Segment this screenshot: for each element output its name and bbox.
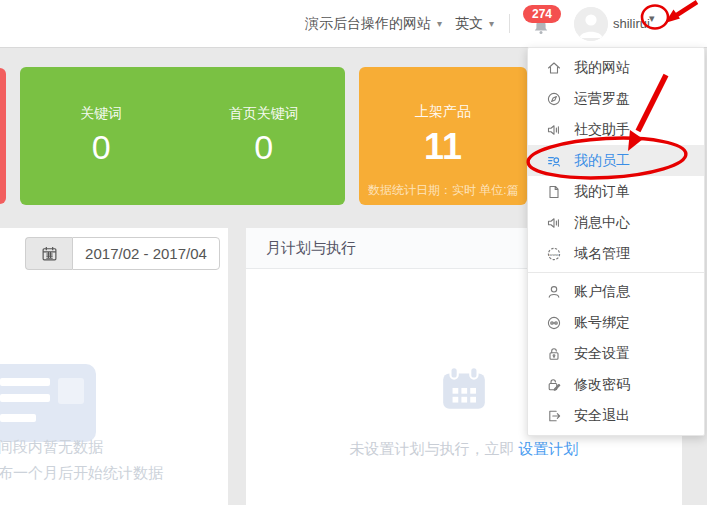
empty-text-line2: 布一个月后开始统计数据 bbox=[0, 464, 163, 483]
menu-item-my-website[interactable]: 我的网站 bbox=[528, 52, 704, 83]
user-menu-chevron-icon[interactable]: ▾ bbox=[649, 12, 655, 25]
username-label: shilirui bbox=[613, 0, 650, 47]
menu-item-label: 我的网站 bbox=[574, 59, 630, 77]
menu-item-label: 安全退出 bbox=[574, 407, 630, 425]
home-icon bbox=[546, 60, 562, 76]
stat-products: 上架产品 11 bbox=[359, 67, 527, 167]
menu-item-account-binding[interactable]: 账号绑定 bbox=[528, 307, 704, 338]
stat-label: 首页关键词 bbox=[183, 105, 346, 123]
stat-card-products: 上架产品 11 数据统计日期：实时 单位:篇 bbox=[359, 67, 527, 205]
menu-item-account-info[interactable]: 账户信息 bbox=[528, 276, 704, 307]
user-dropdown-menu: 我的网站 运营罗盘 社交助手 我的员工 bbox=[527, 47, 705, 436]
menu-item-my-orders[interactable]: 我的订单 bbox=[528, 176, 704, 207]
date-range-input[interactable] bbox=[72, 237, 220, 270]
menu-item-my-staff[interactable]: 我的员工 bbox=[528, 145, 704, 176]
stat-label: 关键词 bbox=[20, 105, 183, 123]
speaker-icon bbox=[546, 215, 562, 231]
topbar-divider bbox=[509, 14, 510, 33]
menu-item-label: 域名管理 bbox=[574, 245, 630, 263]
link-icon bbox=[546, 315, 562, 331]
menu-item-change-password[interactable]: 修改密码 bbox=[528, 369, 704, 400]
menu-item-label: 修改密码 bbox=[574, 376, 630, 394]
avatar-person-icon bbox=[574, 7, 608, 41]
document-icon bbox=[546, 184, 562, 200]
stat-homepage-keywords: 首页关键词 0 bbox=[183, 67, 346, 205]
stat-label: 上架产品 bbox=[359, 103, 527, 121]
compass-icon bbox=[546, 91, 562, 107]
menu-item-label: 社交助手 bbox=[574, 121, 630, 139]
lock-icon bbox=[546, 346, 562, 362]
stat-value: 11 bbox=[359, 127, 527, 167]
empty-report-icon bbox=[0, 362, 98, 448]
topbar: 演示后台操作的网站 ▾ 英文 ▾ 274 shilirui ▾ bbox=[0, 0, 707, 48]
notification-count-badge[interactable]: 274 bbox=[523, 5, 561, 23]
menu-item-message-center[interactable]: 消息中心 bbox=[528, 207, 704, 238]
chevron-down-icon: ▾ bbox=[437, 19, 442, 29]
www-globe-icon: www bbox=[546, 246, 562, 262]
site-selector[interactable]: 演示后台操作的网站 ▾ bbox=[305, 0, 442, 47]
stat-footnote: 数据统计日期：实时 单位:篇 bbox=[368, 182, 519, 199]
edit-password-icon bbox=[546, 377, 562, 393]
stat-value: 0 bbox=[20, 129, 183, 166]
keyword-stats-panel: 间段内暂无数据 布一个月后开始统计数据 bbox=[0, 228, 228, 505]
set-plan-link[interactable]: 设置计划 bbox=[519, 440, 579, 457]
stat-card-red-partial bbox=[0, 68, 6, 204]
svg-text:www: www bbox=[549, 251, 559, 256]
menu-item-domain-management[interactable]: www 域名管理 bbox=[528, 238, 704, 269]
panel-title: 月计划与执行 bbox=[266, 239, 356, 258]
person-icon bbox=[546, 284, 562, 300]
stat-value: 0 bbox=[183, 129, 346, 166]
chevron-down-icon: ▾ bbox=[489, 19, 494, 29]
language-selector-label: 英文 bbox=[455, 15, 483, 33]
menu-item-label: 运营罗盘 bbox=[574, 90, 630, 108]
plan-empty-text: 未设置计划与执行，立即 设置计划 bbox=[246, 440, 682, 459]
date-range-picker bbox=[25, 237, 220, 270]
menu-item-label: 安全设置 bbox=[574, 345, 630, 363]
menu-item-label: 账户信息 bbox=[574, 283, 630, 301]
menu-item-label: 我的员工 bbox=[574, 152, 630, 170]
menu-item-social-assistant[interactable]: 社交助手 bbox=[528, 114, 704, 145]
menu-item-logout[interactable]: 安全退出 bbox=[528, 400, 704, 431]
site-selector-label: 演示后台操作的网站 bbox=[305, 15, 431, 33]
stat-card-keywords: 关键词 0 首页关键词 0 bbox=[20, 67, 345, 205]
avatar[interactable] bbox=[574, 7, 608, 41]
stat-keywords: 关键词 0 bbox=[20, 67, 183, 205]
find-person-icon bbox=[546, 153, 562, 169]
menu-item-security-settings[interactable]: 安全设置 bbox=[528, 338, 704, 369]
language-selector[interactable]: 英文 ▾ bbox=[455, 0, 494, 47]
menu-divider bbox=[528, 272, 704, 273]
plan-empty-label: 未设置计划与执行，立即 bbox=[349, 440, 518, 457]
menu-item-label: 账号绑定 bbox=[574, 314, 630, 332]
logout-icon bbox=[546, 408, 562, 424]
empty-text-line1: 间段内暂无数据 bbox=[0, 438, 103, 457]
dashboard-screen: { "topbar": { "site_selector": "演示后台操作的网… bbox=[0, 0, 707, 505]
speaker-icon bbox=[546, 122, 562, 138]
calendar-addon-button[interactable] bbox=[25, 237, 72, 270]
menu-item-label: 消息中心 bbox=[574, 214, 630, 232]
menu-item-label: 我的订单 bbox=[574, 183, 630, 201]
menu-item-operation-compass[interactable]: 运营罗盘 bbox=[528, 83, 704, 114]
calendar-icon bbox=[41, 245, 58, 262]
